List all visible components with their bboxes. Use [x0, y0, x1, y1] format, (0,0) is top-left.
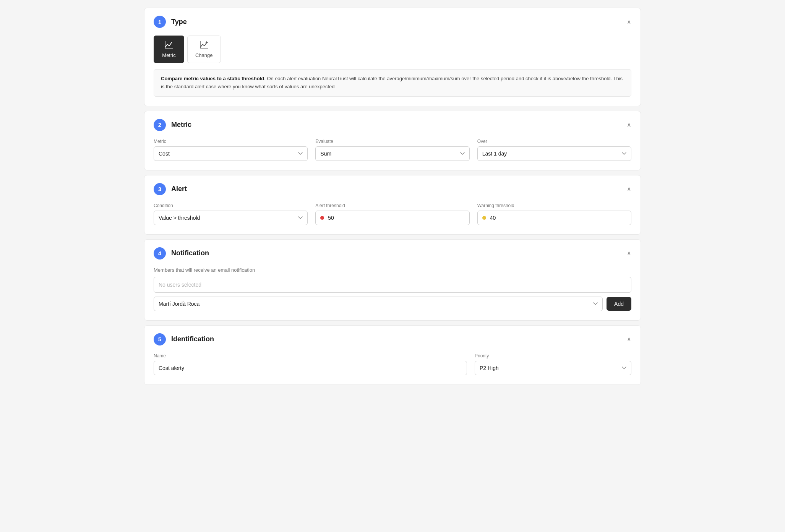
metric-section: 2 Metric ∧ Metric Cost Evaluate Sum	[144, 111, 641, 170]
change-type-button[interactable]: Change	[187, 36, 221, 63]
warning-threshold-wrapper	[477, 211, 631, 225]
warning-threshold-field-group: Warning threshold	[477, 203, 631, 225]
alert-section-header[interactable]: 3 Alert ∧	[144, 175, 641, 203]
members-label: Members that will receive an email notif…	[154, 267, 631, 273]
alert-threshold-field-group: Alert threshold	[315, 203, 469, 225]
alert-chevron-icon: ∧	[627, 185, 631, 193]
condition-field-label: Condition	[154, 203, 308, 208]
priority-field-group: Priority P2 High	[475, 353, 631, 375]
add-user-button[interactable]: Add	[607, 297, 631, 311]
over-select[interactable]: Last 1 day	[477, 146, 631, 161]
type-section-body: Metric Change Comp	[144, 36, 641, 106]
step-badge-1: 1	[154, 16, 166, 28]
priority-select[interactable]: P2 High	[475, 361, 631, 375]
identification-section-body: Name Priority P2 High	[144, 353, 641, 384]
identification-chevron-icon: ∧	[627, 336, 631, 343]
alert-threshold-input[interactable]	[328, 211, 464, 225]
warning-threshold-label: Warning threshold	[477, 203, 631, 208]
metric-chevron-icon: ∧	[627, 121, 631, 128]
metric-type-icon	[164, 41, 174, 50]
alert-section-title: Alert	[171, 185, 187, 193]
step-badge-4: 4	[154, 247, 166, 260]
condition-field-group: Condition Value > threshold	[154, 203, 308, 225]
name-input[interactable]	[154, 361, 467, 375]
warning-threshold-dot	[482, 216, 486, 220]
alert-section: 3 Alert ∧ Condition Value > threshold Al…	[144, 175, 641, 235]
change-type-label: Change	[195, 52, 213, 58]
type-info-box: Compare metric values to a static thresh…	[154, 69, 631, 97]
over-field-group: Over Last 1 day	[477, 139, 631, 161]
metric-type-button[interactable]: Metric	[154, 36, 184, 63]
type-buttons-group: Metric Change	[154, 36, 631, 63]
step-badge-2: 2	[154, 119, 166, 131]
alert-threshold-wrapper	[315, 211, 469, 225]
metric-field-label: Metric	[154, 139, 308, 144]
name-field-label: Name	[154, 353, 467, 358]
alert-threshold-label: Alert threshold	[315, 203, 469, 208]
no-users-box: No users selected	[154, 277, 631, 293]
identification-section-title: Identification	[171, 335, 214, 343]
type-section-header[interactable]: 1 Type ∧	[144, 8, 641, 36]
identification-section: 5 Identification ∧ Name Priority P2 High	[144, 325, 641, 385]
notification-section: 4 Notification ∧ Members that will recei…	[144, 239, 641, 321]
evaluate-field-group: Evaluate Sum	[315, 139, 469, 161]
user-select[interactable]: Martí Jordà Roca	[154, 297, 603, 311]
metric-field-group: Metric Cost	[154, 139, 308, 161]
priority-field-label: Priority	[475, 353, 631, 358]
change-type-icon	[199, 41, 209, 50]
metric-type-label: Metric	[162, 52, 175, 58]
step-badge-3: 3	[154, 183, 166, 195]
type-section-title: Type	[171, 18, 187, 26]
condition-select[interactable]: Value > threshold	[154, 211, 308, 225]
add-user-row: Martí Jordà Roca Add	[154, 297, 631, 311]
name-field-group: Name	[154, 353, 467, 375]
notification-chevron-icon: ∧	[627, 250, 631, 257]
notification-section-body: Members that will receive an email notif…	[144, 267, 641, 320]
metric-select[interactable]: Cost	[154, 146, 308, 161]
evaluate-select[interactable]: Sum	[315, 146, 469, 161]
metric-section-title: Metric	[171, 121, 191, 129]
warning-threshold-input[interactable]	[490, 211, 626, 225]
evaluate-field-label: Evaluate	[315, 139, 469, 144]
alert-threshold-dot	[320, 216, 324, 220]
step-badge-5: 5	[154, 333, 166, 345]
over-field-label: Over	[477, 139, 631, 144]
info-bold-text: Compare metric values to a static thresh…	[161, 76, 264, 81]
alert-section-body: Condition Value > threshold Alert thresh…	[144, 203, 641, 234]
notification-section-header[interactable]: 4 Notification ∧	[144, 240, 641, 267]
notification-section-title: Notification	[171, 249, 209, 257]
metric-section-header[interactable]: 2 Metric ∧	[144, 111, 641, 139]
type-chevron-icon: ∧	[627, 18, 631, 26]
metric-section-body: Metric Cost Evaluate Sum Over Last 1 day	[144, 139, 641, 170]
identification-section-header[interactable]: 5 Identification ∧	[144, 326, 641, 353]
type-section: 1 Type ∧ Metric	[144, 8, 641, 106]
no-users-text: No users selected	[159, 282, 201, 288]
